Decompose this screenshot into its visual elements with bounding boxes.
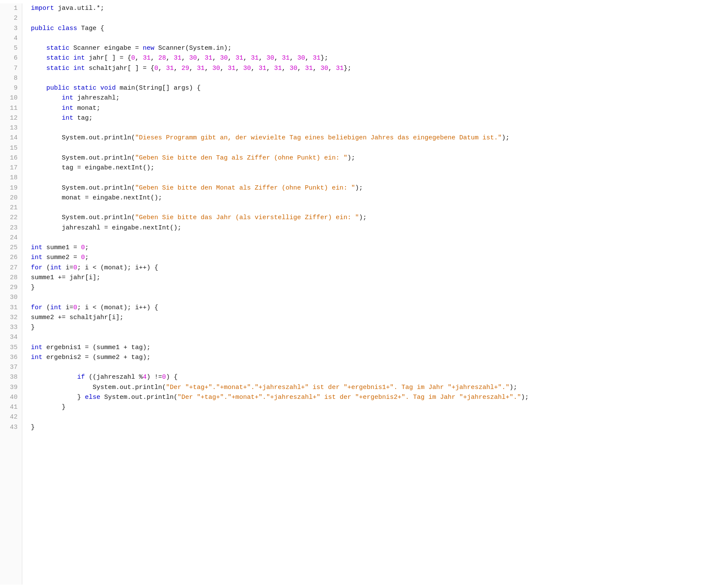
plain-token: } xyxy=(31,394,85,401)
code-line: } else System.out.println("Der "+tag+"."… xyxy=(31,392,713,402)
number-token: 31 xyxy=(259,65,266,72)
plain-token: }; xyxy=(320,54,328,62)
line-number: 28 xyxy=(4,273,18,283)
line-number: 21 xyxy=(4,203,18,213)
plain-token: , xyxy=(328,65,336,72)
number-token: 0 xyxy=(81,254,85,261)
line-number: 15 xyxy=(4,143,18,153)
plain-token: ((jahreszahl % xyxy=(85,374,143,381)
plain-token xyxy=(69,65,73,72)
code-line xyxy=(31,13,713,23)
code-line: monat = eingabe.nextInt(); xyxy=(31,193,713,203)
plain-token xyxy=(69,54,73,62)
code-line xyxy=(31,123,713,133)
line-number: 14 xyxy=(4,133,18,143)
plain-token: , xyxy=(135,54,143,62)
plain-token: ergebnis2 = (summe2 + tag); xyxy=(42,354,150,361)
plain-token: ; i < (monat); i++) { xyxy=(77,264,158,271)
plain-token: ( xyxy=(42,264,50,271)
string-token: "Der "+tag+"."+monat+"."+jahreszahl+" is… xyxy=(177,394,521,401)
plain-token xyxy=(54,25,58,32)
plain-token: , xyxy=(297,65,305,72)
number-token: 31 xyxy=(274,65,282,72)
line-number: 38 xyxy=(4,372,18,382)
code-line: System.out.println("Der "+tag+"."+monat+… xyxy=(31,383,713,392)
number-token: 30 xyxy=(189,54,197,62)
kw-token: int xyxy=(62,105,73,112)
kw-token: static xyxy=(73,84,96,92)
line-number: 6 xyxy=(4,53,18,63)
code-line: int ergebnis1 = (summe1 + tag); xyxy=(31,343,713,353)
kw-token: int xyxy=(31,254,42,261)
plain-token xyxy=(31,105,62,112)
code-line: import java.util.*; xyxy=(31,3,713,13)
line-number: 1 xyxy=(4,3,18,13)
code-line: for (int i=0; i < (monat); i++) { xyxy=(31,303,713,313)
kw-token: else xyxy=(85,394,100,401)
code-line xyxy=(31,203,713,213)
line-number: 12 xyxy=(4,113,18,123)
kw-token: static xyxy=(46,54,69,62)
code-line: System.out.println("Geben Sie bitte den … xyxy=(31,183,713,193)
line-number: 43 xyxy=(4,422,18,432)
string-token: "Dieses Programm gibt an, der wievielte … xyxy=(135,134,502,142)
number-token: 30 xyxy=(212,65,220,72)
plain-token: ; xyxy=(85,244,89,251)
code-line: System.out.println("Geben Sie bitte das … xyxy=(31,213,713,223)
plain-token xyxy=(96,84,100,92)
line-number: 36 xyxy=(4,353,18,362)
plain-token: ) != xyxy=(147,374,162,381)
line-number: 3 xyxy=(4,24,18,33)
plain-token: }; xyxy=(343,65,351,72)
number-token: 0 xyxy=(73,304,77,311)
plain-token: ); xyxy=(347,154,355,162)
plain-token: summe2 += schaltjahr[i]; xyxy=(31,314,123,321)
code-content: import java.util.*; public class Tage { … xyxy=(22,3,713,585)
code-line: } xyxy=(31,323,713,332)
kw-token: public xyxy=(31,25,54,32)
line-number: 40 xyxy=(4,392,18,402)
line-number: 8 xyxy=(4,73,18,83)
code-line: static int jahr[ ] = {0, 31, 28, 31, 30,… xyxy=(31,53,713,63)
kw-token: for xyxy=(31,264,42,271)
code-line: public class Tage { xyxy=(31,24,713,33)
code-line: if ((jahreszahl %4) !=0) { xyxy=(31,372,713,382)
kw-token: int xyxy=(73,54,85,62)
plain-token xyxy=(31,374,77,381)
number-token: 31 xyxy=(235,54,243,62)
number-token: 29 xyxy=(181,65,189,72)
plain-token: , xyxy=(220,65,228,72)
plain-token: i= xyxy=(62,264,73,271)
kw-token: int xyxy=(50,264,62,271)
plain-token xyxy=(31,65,46,72)
line-number: 23 xyxy=(4,223,18,233)
kw-token: class xyxy=(58,25,77,32)
line-number: 33 xyxy=(4,323,18,332)
number-token: 30 xyxy=(243,65,251,72)
number-token: 30 xyxy=(289,65,297,72)
plain-token: } xyxy=(31,284,35,291)
code-line xyxy=(31,362,713,372)
code-line: jahreszahl = eingabe.nextInt(); xyxy=(31,223,713,233)
kw-token: int xyxy=(50,304,62,311)
code-line: } xyxy=(31,283,713,292)
plain-token: Scanner eingabe = xyxy=(69,45,143,52)
code-line: int summe2 = 0; xyxy=(31,253,713,262)
line-number: 29 xyxy=(4,283,18,292)
code-line: int jahreszahl; xyxy=(31,93,713,103)
string-token: "Der "+tag+"."+monat+"."+jahreszahl+" is… xyxy=(166,384,509,391)
code-line xyxy=(31,233,713,243)
plain-token: ergebnis1 = (summe1 + tag); xyxy=(42,344,150,351)
plain-token: ) { xyxy=(166,374,177,381)
line-number: 7 xyxy=(4,63,18,73)
number-token: 28 xyxy=(158,54,166,62)
line-number: 13 xyxy=(4,123,18,133)
plain-token: , xyxy=(305,54,313,62)
code-line: int ergebnis2 = (summe2 + tag); xyxy=(31,353,713,362)
plain-token: main(String[] args) { xyxy=(116,84,201,92)
plain-token: schaltjahr[ ] = { xyxy=(85,65,154,72)
kw-token: int xyxy=(31,244,42,251)
code-line xyxy=(31,143,713,153)
plain-token: , xyxy=(181,54,189,62)
plain-token: monat; xyxy=(73,105,100,112)
